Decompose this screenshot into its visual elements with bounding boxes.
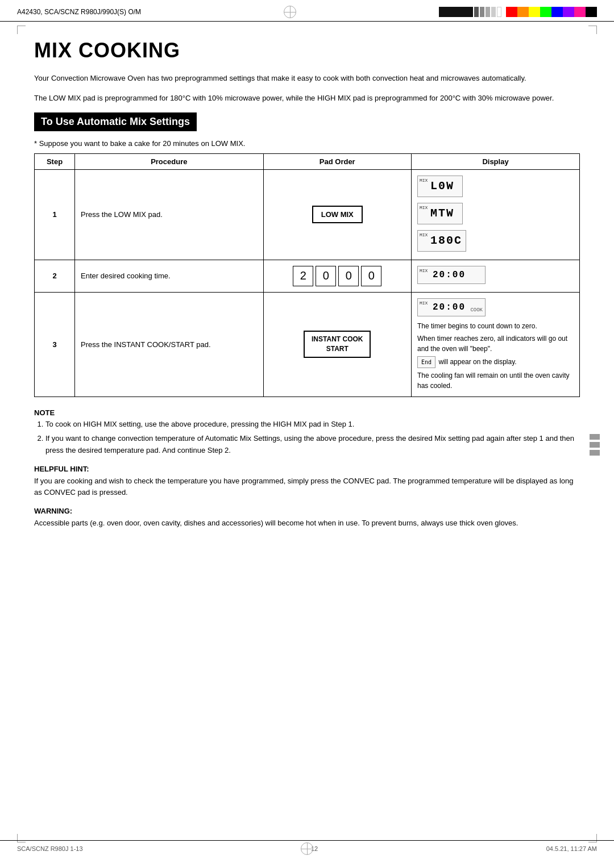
num-btn-0c[interactable]: 0: [361, 266, 381, 286]
display-screen-mtw: MIX MTW: [417, 203, 463, 224]
step-1-screens: MIX L0W MIX MTW MIX 180C: [417, 176, 574, 254]
header-title: A42430, SCA/SCNZ R980J/990J(S) O/M: [17, 8, 141, 16]
instant-cook-label: INSTANT COOK: [312, 335, 363, 344]
step-3-note-3: End will appear on the display.: [417, 356, 574, 368]
step-3-note-4: The cooling fan will remain on until the…: [417, 370, 574, 391]
step-2-number: 2: [35, 260, 75, 292]
instruction-table: Step Procedure Pad Order Display 1 Press…: [34, 153, 580, 397]
low-mix-button[interactable]: LOW MIX: [312, 206, 363, 223]
step-3-note-2: When timer reaches zero, all indicators …: [417, 333, 574, 354]
right-bars: [590, 434, 600, 456]
barcode: [439, 7, 501, 17]
table-row-3: 3 Press the INSTANT COOK/START pad. INST…: [35, 292, 580, 397]
footer-right: 04.5.21, 11:27 AM: [546, 845, 597, 852]
num-btn-0b[interactable]: 0: [338, 266, 359, 286]
display-screen-low: MIX L0W: [417, 176, 463, 197]
display-screen-180c: MIX 180C: [417, 230, 466, 252]
page-main-title: MIX COOKING: [34, 39, 580, 62]
note-item-2: If you want to change convection tempera…: [45, 433, 580, 457]
helpful-hint-label: HELPFUL HINT:: [34, 465, 89, 473]
step-1-display: MIX L0W MIX MTW MIX 180C: [412, 169, 580, 260]
num-btn-2[interactable]: 2: [293, 266, 313, 286]
step-1-padorder: LOW MIX: [263, 169, 411, 260]
step-2-padorder: 2 0 0 0: [263, 260, 411, 292]
step-3-number: 3: [35, 292, 75, 397]
num-buttons-row: 2 0 0 0: [269, 266, 405, 286]
corner-mark-tr: [588, 26, 597, 34]
warning-text: Accessible parts (e.g. oven door, oven c…: [34, 518, 580, 529]
col-header-display: Display: [412, 153, 580, 169]
col-header-procedure: Procedure: [75, 153, 264, 169]
footer-left: SCA/SCNZ R980J 1-13: [17, 845, 83, 852]
col-header-padorder: Pad Order: [263, 153, 411, 169]
main-content: MIX COOKING Your Convection Microwave Ov…: [0, 22, 614, 548]
color-bar: [506, 7, 597, 17]
mix-label-2: MIX: [420, 205, 428, 211]
warning-label: WARNING:: [34, 507, 72, 515]
step-3-padorder: INSTANT COOK START: [263, 292, 411, 397]
helpful-hint-section: HELPFUL HINT: If you are cooking and wis…: [34, 464, 580, 499]
table-row-2: 2 Enter desired cooking time. 2 0 0 0 MI…: [35, 260, 580, 292]
mix-label-1: MIX: [420, 177, 428, 184]
page: A42430, SCA/SCNZ R980J/990J(S) O/M: [0, 0, 614, 868]
notes-section: NOTE To cook on HIGH MIX setting, use th…: [34, 407, 580, 457]
step-1-number: 1: [35, 169, 75, 260]
display-screen-3-2000: MIX 20:00 COOK: [417, 298, 486, 316]
step-1-procedure: Press the LOW MIX pad.: [75, 169, 264, 260]
note-label: NOTE: [34, 408, 55, 417]
step-2-display: MIX 20:00: [412, 260, 580, 292]
note-item-1: To cook on HIGH MIX setting, use the abo…: [45, 419, 580, 431]
instant-cook-start-button[interactable]: INSTANT COOK START: [304, 331, 371, 358]
start-label: START: [312, 344, 363, 354]
step-3-procedure: Press the INSTANT COOK/START pad.: [75, 292, 264, 397]
screen-text-3-2000: 20:00: [421, 302, 466, 312]
intro-paragraph-2: The LOW MIX pad is preprogrammed for 180…: [34, 93, 580, 105]
footer-center-crosshair: [301, 842, 313, 855]
top-header: A42430, SCA/SCNZ R980J/990J(S) O/M: [0, 0, 614, 22]
step-3-note-1: The timer begins to count down to zero.: [417, 321, 574, 331]
intro-paragraph-1: Your Convection Microwave Oven has two p…: [34, 73, 580, 85]
corner-mark-tl: [17, 26, 26, 34]
step-3-display: MIX 20:00 COOK The timer begins to count…: [412, 292, 580, 397]
col-header-step: Step: [35, 153, 75, 169]
footer: SCA/SCNZ R980J 1-13 12 04.5.21, 11:27 AM: [0, 840, 614, 857]
suppose-text: * Suppose you want to bake a cake for 20…: [34, 139, 580, 148]
step-2-procedure: Enter desired cooking time.: [75, 260, 264, 292]
mix-label-3: MIX: [420, 232, 428, 239]
warning-section: WARNING: Accessible parts (e.g. oven doo…: [34, 506, 580, 529]
section-heading: To Use Automatic Mix Settings: [34, 112, 197, 131]
top-center-crosshair: [284, 6, 296, 18]
notes-list: To cook on HIGH MIX setting, use the abo…: [34, 419, 580, 456]
mix-label-4: MIX: [420, 268, 428, 274]
screen-text-2000: 20:00: [421, 270, 466, 280]
cook-label: COOK: [470, 307, 483, 315]
mix-label-5: MIX: [420, 300, 428, 307]
helpful-hint-text: If you are cooking and wish to check the…: [34, 475, 580, 499]
table-row-1: 1 Press the LOW MIX pad. LOW MIX MIX L0W: [35, 169, 580, 260]
end-display: End: [417, 356, 435, 368]
display-screen-2000: MIX 20:00: [417, 266, 486, 284]
num-btn-0a[interactable]: 0: [316, 266, 336, 286]
